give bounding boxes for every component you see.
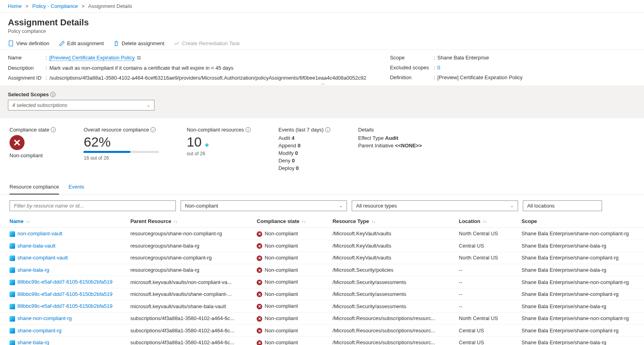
table-row[interactable]: shane-bala-rgresourcegroups/shane-bala-r… xyxy=(0,264,644,276)
cell-scope: Shane Bala Enterprise/shane-non-complian… xyxy=(518,228,644,240)
cell-state: Non-compliant xyxy=(253,264,328,276)
overall-pct: 62% xyxy=(84,135,159,149)
table-row[interactable]: non-compliant-vaultresourcegroups/shane-… xyxy=(0,228,644,240)
document-icon xyxy=(8,40,14,46)
overall-sub: 16 out of 26 xyxy=(84,155,159,161)
toolbar-label: View definition xyxy=(16,40,50,46)
detail-value: <<NONE>> xyxy=(395,143,422,149)
progress-bar xyxy=(84,151,159,153)
cell-parent: subscriptions/4f3a88a1-3580-4102-a464-6c… xyxy=(126,324,253,337)
toolbar-label: Create Remediation Task xyxy=(182,40,240,46)
col-scope[interactable]: Scope xyxy=(518,215,644,228)
cell-parent: microsoft.keyvault/vaults/non-compliant-… xyxy=(126,276,253,288)
resource-icon xyxy=(10,280,15,285)
chart-icon xyxy=(174,40,180,46)
cell-location: North Central US xyxy=(455,228,518,240)
selected-scopes-dropdown[interactable]: 4 selected subscriptions ⌄ xyxy=(8,100,154,111)
cell-scope: Shane Bala Enterprise/shane-bala-rg xyxy=(518,300,644,313)
cell-type: /Microsoft.KeyVault/vaults xyxy=(328,240,455,252)
cell-location: Central US xyxy=(455,324,518,337)
properties-panel: Name : [Preview] Certificate Expiration … xyxy=(0,50,644,86)
col-parent[interactable]: Parent Resource↑↓ xyxy=(126,215,253,228)
resource-icon xyxy=(10,255,15,261)
col-state[interactable]: Compliance state↑↓ xyxy=(253,215,328,228)
prop-name-value[interactable]: [Preview] Certificate Expiration Policy xyxy=(50,55,135,61)
resource-link[interactable]: 88bbc99c-e5af-ddd7-6105-6150b2bfa519 xyxy=(17,303,112,309)
events-block: Events (last 7 days)i Audit 4 Append 0 M… xyxy=(278,127,330,173)
table-row[interactable]: 88bbc99c-e5af-ddd7-6105-6150b2bfa519micr… xyxy=(0,288,644,300)
resource-link[interactable]: 88bbc99c-e5af-ddd7-6105-6150b2bfa519 xyxy=(17,279,112,285)
tabs: Resource compliance Events xyxy=(0,180,644,195)
info-icon[interactable]: i xyxy=(325,127,330,132)
filter-compliance-dropdown[interactable]: Non-compliant ⌄ xyxy=(181,200,347,211)
cell-scope: Shane Bala Enterprise/shane-non-complian… xyxy=(518,276,644,288)
cell-type: /Microsoft.Security/assessments xyxy=(328,276,455,288)
cell-state: Non-compliant xyxy=(253,312,328,324)
cell-state: Non-compliant xyxy=(253,276,328,288)
resource-link[interactable]: shane-non-compliant-rg xyxy=(17,315,72,321)
breadcrumb-policy[interactable]: Policy - Compliance xyxy=(32,3,78,9)
table-row[interactable]: shane-non-compliant-rgsubscriptions/4f3a… xyxy=(0,312,644,324)
filter-locations-dropdown[interactable]: All locations xyxy=(523,200,602,211)
prop-excl-value[interactable]: 0 xyxy=(437,65,440,71)
table-row[interactable]: shane-bala-rgsubscriptions/4f3a88a1-3580… xyxy=(0,337,644,345)
cell-state: Non-compliant xyxy=(253,337,328,345)
info-icon[interactable]: i xyxy=(151,127,156,132)
delete-assignment-button[interactable]: Delete assignment xyxy=(113,40,164,46)
collapse-caret-icon[interactable]: ︿ xyxy=(321,80,324,86)
resource-link[interactable]: shane-bala-rg xyxy=(17,267,49,273)
resource-icon xyxy=(10,304,15,309)
filter-name-input[interactable] xyxy=(10,200,176,211)
pencil-icon xyxy=(59,40,65,46)
col-location[interactable]: Location↑↓ xyxy=(455,215,518,228)
table-row[interactable]: 88bbc99c-e5af-ddd7-6105-6150b2bfa519micr… xyxy=(0,276,644,288)
cell-type: /Microsoft.Resources/subscriptions/resou… xyxy=(328,337,455,345)
resource-link[interactable]: shane-compliant-vault xyxy=(17,255,68,261)
col-type[interactable]: Resource Type↑↓ xyxy=(328,215,455,228)
tab-resource-compliance[interactable]: Resource compliance xyxy=(10,180,59,194)
prop-assign-value: /subscriptions/4f3a88a1-3580-4102-a464-6… xyxy=(50,75,366,81)
resource-link[interactable]: shane-bala-rg xyxy=(17,339,49,345)
noncompliant-small-icon xyxy=(257,304,262,309)
tab-events[interactable]: Events xyxy=(69,180,84,194)
filter-types-dropdown[interactable]: All resource types ⌄ xyxy=(352,200,518,211)
cell-location: North Central US xyxy=(455,312,518,324)
cell-scope: Shane Bala Enterprise/shane-compliant-rg xyxy=(518,252,644,264)
cell-scope: Shane Bala Enterprise/shane-bala-rg xyxy=(518,264,644,276)
event-label: Append xyxy=(278,143,296,149)
info-icon[interactable]: i xyxy=(246,127,251,132)
table-row[interactable]: shane-bala-vaultresourcegroups/shane-bal… xyxy=(0,240,644,252)
col-name[interactable]: Name↑↓ xyxy=(0,215,126,228)
cell-location: Central US xyxy=(455,337,518,345)
event-label: Audit xyxy=(278,135,290,141)
resource-link[interactable]: 88bbc99c-e5af-ddd7-6105-6150b2bfa519 xyxy=(17,291,112,297)
resource-link[interactable]: non-compliant-vault xyxy=(17,231,62,236)
cell-location: -- xyxy=(455,276,518,288)
resource-icon xyxy=(10,340,15,345)
copy-icon[interactable]: ⧉ xyxy=(137,55,141,61)
cell-state: Non-compliant xyxy=(253,252,328,264)
info-icon[interactable]: i xyxy=(50,92,55,97)
dropdown-value: Non-compliant xyxy=(185,203,218,209)
resource-link[interactable]: shane-compliant-rg xyxy=(17,328,61,334)
cell-location: North Central US xyxy=(455,252,518,264)
cell-parent: resourcegroups/shane-bala-rg xyxy=(126,240,253,252)
breadcrumb-home[interactable]: Home xyxy=(8,3,22,9)
breadcrumb: Home > Policy - Compliance > Assignment … xyxy=(0,0,644,13)
resource-icon xyxy=(10,292,15,297)
detail-value: Audit xyxy=(385,135,398,141)
stat-title: Non-compliant resources xyxy=(187,127,244,133)
table-row[interactable]: shane-compliant-vaultresourcegroups/shan… xyxy=(0,252,644,264)
stat-title: Overall resource compliance xyxy=(84,127,149,133)
view-definition-button[interactable]: View definition xyxy=(8,40,50,46)
breadcrumb-current: Assignment Details xyxy=(88,3,132,9)
resource-link[interactable]: shane-bala-vault xyxy=(17,243,55,249)
cell-state: Non-compliant xyxy=(253,324,328,337)
table-row[interactable]: 88bbc99c-e5af-ddd7-6105-6150b2bfa519micr… xyxy=(0,300,644,313)
info-icon[interactable]: i xyxy=(51,127,56,132)
noncompliant-icon xyxy=(10,135,25,150)
table-row[interactable]: shane-compliant-rgsubscriptions/4f3a88a1… xyxy=(0,324,644,337)
cell-parent: microsoft.keyvault/vaults/shane-bala-vau… xyxy=(126,300,253,313)
cell-parent: subscriptions/4f3a88a1-3580-4102-a464-6c… xyxy=(126,337,253,345)
edit-assignment-button[interactable]: Edit assignment xyxy=(59,40,104,46)
